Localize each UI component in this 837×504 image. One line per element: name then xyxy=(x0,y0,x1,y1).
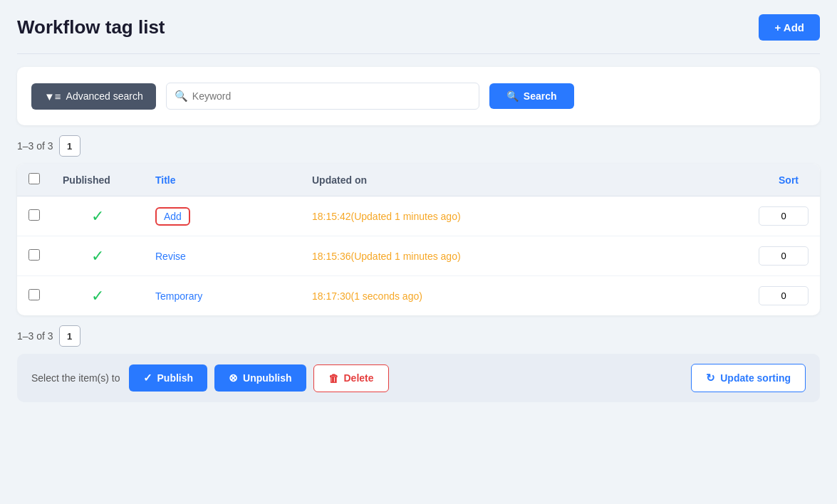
advanced-search-button[interactable]: ▼≡ Advanced search xyxy=(31,83,156,110)
publish-button[interactable]: ✓ Publish xyxy=(129,364,208,392)
row-1-title-link[interactable]: Revise xyxy=(155,251,186,262)
update-sorting-label: Update sorting xyxy=(720,372,791,384)
page-title: Workflow tag list xyxy=(17,16,165,38)
search-label: Search xyxy=(524,90,557,102)
row-1-published-cell: ✓ xyxy=(51,236,144,276)
page-wrapper: Workflow tag list + Add ▼≡ Advanced sear… xyxy=(0,0,837,504)
row-0-check-cell xyxy=(17,196,51,236)
row-0-checkbox[interactable] xyxy=(28,209,40,221)
delete-button[interactable]: 🗑 Delete xyxy=(313,364,389,392)
update-sorting-button[interactable]: ↻ Update sorting xyxy=(691,364,806,392)
row-2-updated-cell: 18:17:30(1 seconds ago) xyxy=(301,276,734,316)
row-1-sort-cell xyxy=(734,236,820,276)
keyword-input-wrap: 🔍 xyxy=(166,83,479,110)
search-button[interactable]: 🔍 Search xyxy=(489,83,574,109)
page-num-1-bottom[interactable]: 1 xyxy=(59,325,80,347)
published-check-icon: ✓ xyxy=(91,247,104,265)
delete-label: Delete xyxy=(344,372,374,384)
search-btn-icon: 🔍 xyxy=(506,90,519,102)
row-2-sort-input[interactable] xyxy=(759,286,809,305)
col-published-header: Published xyxy=(51,164,144,196)
table-body: ✓Add18:15:42(Updated 1 minutes ago)✓Revi… xyxy=(17,196,820,316)
row-0-title-link[interactable]: Add xyxy=(155,207,190,226)
refresh-icon: ↻ xyxy=(706,372,715,384)
search-panel: ▼≡ Advanced search 🔍 🔍 Search xyxy=(17,67,820,125)
btn-group-left: ✓ Publish ⊗ Unpublish 🗑 Delete xyxy=(129,364,389,392)
pagination-bottom-summary: 1–3 of 3 xyxy=(17,330,53,342)
published-check-icon: ✓ xyxy=(91,287,104,305)
row-0-sort-input[interactable] xyxy=(759,206,809,226)
row-2-sort-cell xyxy=(734,276,820,316)
col-check-header xyxy=(17,164,51,196)
row-0-updated-cell: 18:15:42(Updated 1 minutes ago) xyxy=(301,196,734,236)
row-1-sort-input[interactable] xyxy=(759,246,809,266)
pagination-top-summary: 1–3 of 3 xyxy=(17,140,53,152)
header-divider xyxy=(17,53,820,54)
col-sort-header: Sort xyxy=(734,164,820,196)
row-0-sort-cell xyxy=(734,196,820,236)
data-table: Published Title Updated on Sort ✓Add18:1… xyxy=(17,164,820,315)
pagination-top: 1–3 of 3 1 xyxy=(17,135,820,157)
table-header-row: Published Title Updated on Sort xyxy=(17,164,820,196)
row-1-checkbox[interactable] xyxy=(28,249,40,261)
row-2-checkbox[interactable] xyxy=(28,289,40,300)
trash-icon: 🗑 xyxy=(328,372,339,384)
table-row: ✓Add18:15:42(Updated 1 minutes ago) xyxy=(17,196,820,236)
row-0-title-cell: Add xyxy=(144,196,301,236)
row-1-check-cell xyxy=(17,236,51,276)
row-2-title-link[interactable]: Temporary xyxy=(155,290,202,302)
row-1-updated-cell: 18:15:36(Updated 1 minutes ago) xyxy=(301,236,734,276)
row-1-updated-text: 18:15:36(Updated 1 minutes ago) xyxy=(312,251,461,262)
row-2-updated-text: 18:17:30(1 seconds ago) xyxy=(312,290,422,302)
footer-bar: Select the item(s) to ✓ Publish ⊗ Unpubl… xyxy=(17,354,820,402)
table-container: Published Title Updated on Sort ✓Add18:1… xyxy=(17,164,820,315)
table-row: ✓Temporary18:17:30(1 seconds ago) xyxy=(17,276,820,316)
row-0-updated-text: 18:15:42(Updated 1 minutes ago) xyxy=(312,211,461,222)
unpublish-icon: ⊗ xyxy=(229,372,238,384)
advanced-search-label: Advanced search xyxy=(66,90,143,102)
unpublish-button[interactable]: ⊗ Unpublish xyxy=(214,364,306,392)
table-head: Published Title Updated on Sort xyxy=(17,164,820,196)
row-1-title-cell: Revise xyxy=(144,236,301,276)
select-all-checkbox[interactable] xyxy=(28,173,40,184)
publish-icon: ✓ xyxy=(143,372,152,384)
filter-icon: ▼≡ xyxy=(44,90,61,103)
page-num-1-top[interactable]: 1 xyxy=(59,135,80,157)
footer-left: Select the item(s) to ✓ Publish ⊗ Unpubl… xyxy=(31,364,389,392)
keyword-input[interactable] xyxy=(166,83,479,110)
col-updated-header: Updated on xyxy=(301,164,734,196)
unpublish-label: Unpublish xyxy=(243,372,291,384)
footer-right: ↻ Update sorting xyxy=(691,364,806,392)
table-row: ✓Revise18:15:36(Updated 1 minutes ago) xyxy=(17,236,820,276)
row-2-published-cell: ✓ xyxy=(51,276,144,316)
published-check-icon: ✓ xyxy=(91,207,104,225)
col-title-header: Title xyxy=(144,164,301,196)
row-0-published-cell: ✓ xyxy=(51,196,144,236)
row-2-title-cell: Temporary xyxy=(144,276,301,316)
publish-label: Publish xyxy=(157,372,194,384)
pagination-bottom: 1–3 of 3 1 xyxy=(17,325,820,347)
page-header: Workflow tag list + Add xyxy=(17,14,820,41)
row-2-check-cell xyxy=(17,276,51,316)
add-button[interactable]: + Add xyxy=(759,14,820,41)
select-label: Select the item(s) to xyxy=(31,372,120,384)
